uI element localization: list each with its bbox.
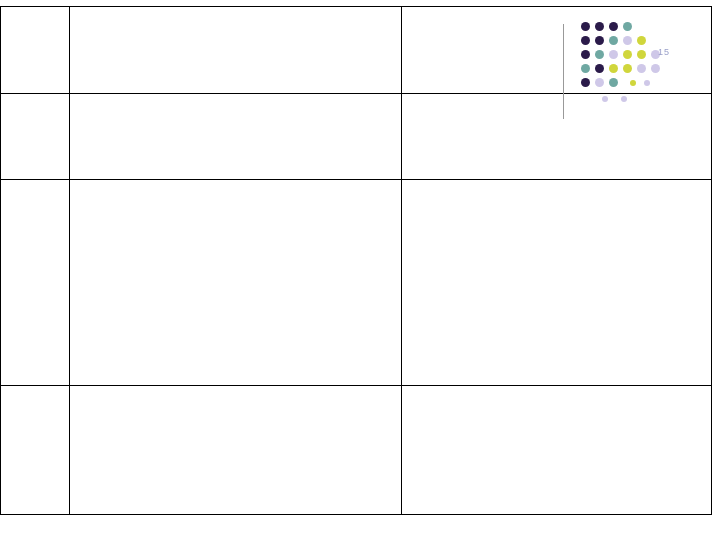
table-col-divider-1 — [69, 6, 70, 515]
table-border-right — [711, 6, 712, 515]
slide-canvas: 15 — [0, 4, 712, 515]
slide-number: 15 — [658, 48, 670, 57]
table-row-divider-2 — [0, 179, 712, 180]
table-col-divider-2 — [401, 6, 402, 515]
table-row-divider-3 — [0, 385, 712, 386]
table-border-bottom — [0, 514, 712, 515]
table-row-divider-1 — [0, 93, 712, 94]
dots-decoration-icon — [581, 22, 686, 127]
table-border-top — [0, 6, 712, 7]
table-border-left — [0, 6, 1, 515]
